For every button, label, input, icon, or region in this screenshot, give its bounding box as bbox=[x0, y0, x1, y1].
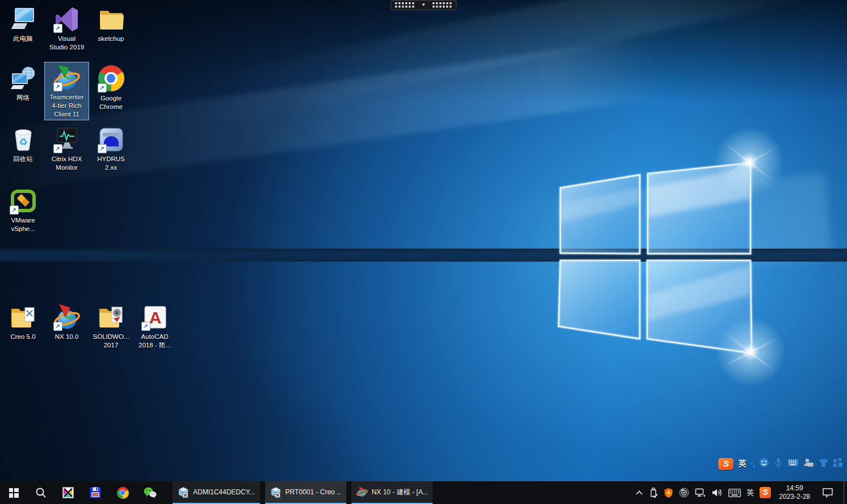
shortcut-arrow-icon: ↗ bbox=[53, 322, 62, 331]
pinned-app-cad-utility[interactable] bbox=[54, 481, 82, 504]
recycle-bin-icon: ♻ bbox=[10, 126, 37, 153]
desktop-icon-network[interactable]: 网络 bbox=[1, 62, 45, 104]
sogou-input-bar: S 英 ·, 20 bbox=[718, 456, 842, 471]
sogou-skin-icon[interactable] bbox=[818, 458, 829, 470]
start-button[interactable] bbox=[0, 481, 27, 504]
show-desktop-button[interactable] bbox=[844, 481, 847, 504]
desktop-icon-solidworks[interactable]: SOLIDWO... 2017 bbox=[89, 301, 133, 351]
sogou-logo-icon[interactable]: S bbox=[718, 458, 733, 470]
spiral-disc-icon bbox=[679, 488, 689, 498]
nx-globe-icon: ↗ bbox=[53, 304, 81, 331]
sogou-punctuation-icon[interactable]: ·, bbox=[750, 459, 754, 468]
action-center-button[interactable] bbox=[815, 481, 840, 504]
light-flare bbox=[711, 312, 790, 392]
desktop-icon-creo[interactable]: Creo 5.0 bbox=[1, 301, 45, 343]
taskbar-window-nx[interactable]: NX 10 - 建模 - [A... bbox=[351, 481, 433, 504]
floppy-disk-icon bbox=[89, 486, 102, 499]
taskbar-window-prt0001[interactable]: PRT0001 - Creo ... bbox=[265, 481, 346, 504]
hydrus-icon: ↗ bbox=[98, 126, 125, 153]
desktop-icon-label: Teamcenter 4-tier Rich Client 11 bbox=[45, 93, 89, 119]
clock-time: 14:59 bbox=[779, 484, 810, 493]
tray-360-utility[interactable] bbox=[676, 481, 692, 504]
pinned-app-floppy[interactable] bbox=[82, 481, 109, 504]
keyboard-icon bbox=[728, 489, 741, 497]
shortcut-arrow-icon: ↗ bbox=[98, 83, 107, 93]
tray-network[interactable] bbox=[692, 481, 708, 504]
svg-text:♻: ♻ bbox=[19, 137, 27, 148]
creo-cube-icon bbox=[178, 486, 189, 498]
tray-chevron-button[interactable] bbox=[632, 481, 646, 504]
desktop-icon-label: 此电脑 bbox=[1, 35, 45, 43]
action-center-icon bbox=[822, 488, 833, 498]
svg-text:20: 20 bbox=[808, 463, 813, 467]
system-tray: 英 S 14:59 2023-2-28 bbox=[632, 481, 847, 504]
desktop-icon-this-pc[interactable]: 此电脑 bbox=[1, 3, 45, 45]
sogou-logo-icon: S bbox=[760, 487, 771, 498]
tray-antivirus-shield[interactable] bbox=[661, 481, 676, 504]
sogou-input-mode[interactable]: 英 bbox=[738, 459, 746, 469]
desktop-icon-google-chrome[interactable]: ↗ Google Chrome bbox=[89, 62, 133, 113]
open-windows: ADMI1C44DEDCY... PRT0001 - Creo ... bbox=[173, 481, 433, 504]
light-flare bbox=[710, 122, 789, 201]
shortcut-arrow-icon: ↗ bbox=[53, 82, 62, 91]
search-icon bbox=[35, 487, 47, 498]
svg-text:A: A bbox=[149, 308, 161, 327]
creo-cube-icon bbox=[270, 486, 282, 498]
desktop-icon-autocad[interactable]: A ↗ AutoCAD 2018 - 简... bbox=[132, 301, 177, 351]
tray-usb-device[interactable] bbox=[646, 481, 661, 504]
shortcut-arrow-icon: ↗ bbox=[98, 144, 107, 153]
desktop-icon-label: 回收站 bbox=[1, 155, 45, 163]
usb-device-icon bbox=[649, 488, 658, 498]
speaker-icon bbox=[711, 488, 723, 498]
desktop-icon-label: SOLIDWO... 2017 bbox=[89, 333, 133, 350]
flame-shield-icon bbox=[664, 488, 673, 498]
sogou-toolbox-icon[interactable] bbox=[833, 458, 842, 469]
shortcut-arrow-icon: ↗ bbox=[53, 24, 62, 33]
desktop-icon-label: 网络 bbox=[1, 94, 45, 102]
desktop-icon-label: HYDRUS 2.xx bbox=[89, 155, 133, 172]
solidworks-folder-icon bbox=[98, 304, 125, 331]
wired-network-icon bbox=[695, 488, 706, 498]
desktop-icon-nx[interactable]: ↗ NX 10.0 bbox=[44, 301, 89, 343]
autocad-icon: A ↗ bbox=[141, 304, 169, 331]
shortcut-arrow-icon: ↗ bbox=[10, 205, 19, 215]
sogou-keyboard-icon[interactable] bbox=[787, 459, 799, 469]
desktop-icon-label: NX 10.0 bbox=[45, 333, 89, 341]
tray-sogou[interactable]: S bbox=[757, 481, 774, 504]
visual-studio-icon: ↗ bbox=[53, 6, 81, 33]
search-button[interactable] bbox=[27, 481, 54, 504]
tray-touch-keyboard[interactable] bbox=[726, 481, 744, 504]
pinned-app-chrome[interactable] bbox=[109, 481, 136, 504]
desktop-icon-teamcenter[interactable]: ↗ Teamcenter 4-tier Rich Client 11 bbox=[44, 62, 89, 120]
desktop-icon-citrix-hdx[interactable]: ↗ Citrix HDX Monitor bbox=[44, 124, 89, 174]
desktop-icon-label: Google Chrome bbox=[89, 94, 133, 111]
windows-desktop: 此电脑 ↗ Visual Studio 2019 sketchup bbox=[0, 0, 847, 504]
grip-dots-icon bbox=[395, 2, 414, 8]
desktop-icon-recycle-bin[interactable]: ♻ 回收站 bbox=[1, 124, 45, 165]
taskbar-window-admi[interactable]: ADMI1C44DEDCY... bbox=[173, 481, 260, 504]
grip-dots-icon bbox=[433, 2, 452, 8]
nx-globe-icon bbox=[357, 486, 368, 498]
folder-icon bbox=[98, 6, 125, 33]
pinned-app-wechat[interactable] bbox=[136, 481, 163, 504]
taskbar-window-title: ADMI1C44DEDCY... bbox=[193, 488, 255, 496]
network-icon bbox=[10, 65, 37, 92]
cad-utility-icon bbox=[62, 486, 74, 499]
remote-session-toolbar-handle[interactable]: ▼ bbox=[391, 0, 456, 10]
tray-volume[interactable] bbox=[708, 481, 726, 504]
creo-folder-icon bbox=[10, 304, 37, 331]
sogou-voice-icon[interactable] bbox=[774, 457, 783, 470]
tray-input-language[interactable]: 英 bbox=[744, 481, 757, 504]
taskbar-clock[interactable]: 14:59 2023-2-28 bbox=[774, 484, 815, 501]
desktop-icon-vmware[interactable]: ↗ VMware vSphe... bbox=[1, 185, 45, 235]
desktop-icon-sketchup[interactable]: sketchup bbox=[89, 3, 133, 45]
shortcut-arrow-icon: ↗ bbox=[53, 144, 62, 153]
desktop-icon-hydrus[interactable]: ↗ HYDRUS 2.xx bbox=[89, 124, 133, 174]
desktop-icon-label: AutoCAD 2018 - 简... bbox=[133, 333, 177, 350]
teamcenter-icon: ↗ bbox=[53, 64, 81, 91]
sogou-account-icon[interactable]: 20 bbox=[803, 458, 814, 469]
clock-date: 2023-2-28 bbox=[779, 493, 810, 501]
desktop-icon-visual-studio[interactable]: ↗ Visual Studio 2019 bbox=[44, 3, 89, 53]
taskbar-window-title: PRT0001 - Creo ... bbox=[286, 488, 341, 496]
sogou-emoji-icon[interactable] bbox=[759, 457, 769, 470]
